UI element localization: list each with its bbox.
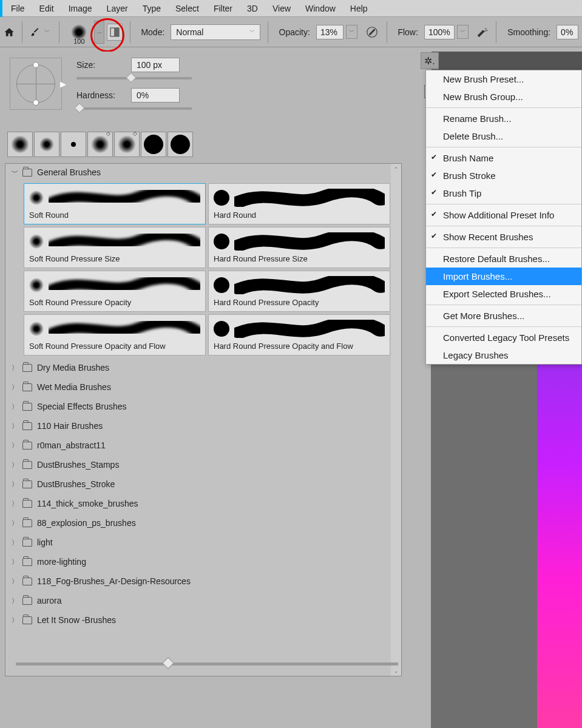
brush-preset-dropdown[interactable]: ﹀ [94,21,104,44]
recent-brush[interactable] [7,132,33,157]
menu-file[interactable]: File [4,1,32,16]
menu-item[interactable]: Brush Name [426,149,581,167]
menu-item[interactable]: Legacy Brushes [426,346,581,364]
chevron-down-icon: ﹀ [12,168,18,177]
flow-input[interactable]: 100% [424,25,455,39]
menu-item[interactable]: New Brush Group... [426,88,581,106]
brush-tool-icon[interactable] [30,27,39,38]
brush-tip-icon [29,322,44,336]
brush-preset[interactable]: Hard Round [208,183,390,224]
group-name: General Brushes [37,167,101,177]
brush-preset[interactable]: Soft Round Pressure Opacity [24,271,206,312]
brush-angle-widget[interactable]: ▶ [10,58,62,110]
folder-icon [22,383,32,391]
chevron-right-icon: 〉 [12,422,18,431]
svg-rect-1 [114,28,119,36]
menu-help[interactable]: Help [343,1,375,16]
brush-settings-toggle[interactable] [107,24,123,41]
brush-preset[interactable]: Soft Round [24,183,206,224]
brush-group-header[interactable]: 〉 light [5,533,401,552]
hardness-input[interactable]: 0% [131,88,180,103]
menu-item[interactable]: Import Brushes... [426,268,581,285]
home-icon[interactable] [4,26,15,38]
brush-preset-picker[interactable]: 100 [66,19,92,45]
menu-item[interactable]: Show Additional Preset Info [426,206,581,224]
hardness-slider[interactable] [76,107,192,110]
folder-icon [22,616,32,624]
menu-item[interactable]: Brush Tip [426,184,581,202]
opacity-dropdown[interactable]: ﹀ [346,25,357,39]
panel-menu-button[interactable]: ✲. [421,52,439,69]
menu-item[interactable]: Export Selected Brushes... [426,285,581,303]
group-name: DustBrushes_Stroke [37,479,115,489]
brush-group-header[interactable]: 〉 114_thick_smoke_brushes [5,494,401,513]
brush-tip-icon [29,278,44,292]
brush-group-header[interactable]: 〉 118_Fog-Brushes_Ar-Design-Resources [5,571,401,591]
brush-group-header[interactable]: 〉 110 Hair Brushes [5,416,401,436]
menu-3d[interactable]: 3D [240,1,265,16]
menu-select[interactable]: Select [168,1,206,16]
opacity-pressure-toggle[interactable] [365,24,379,40]
brush-preset[interactable]: Hard Round Pressure Size [208,227,390,268]
svg-point-3 [485,28,486,29]
brush-group-header[interactable]: 〉 88_explosion_ps_brushes [5,513,401,533]
brush-preset[interactable]: Hard Round Pressure Opacity [208,271,390,312]
scroll-up-button[interactable]: ⌃ [391,164,401,174]
menu-window[interactable]: Window [298,1,343,16]
recent-brush[interactable]: ◇ [114,132,140,157]
menu-type[interactable]: Type [135,1,168,16]
recent-brush[interactable] [61,132,86,157]
folder-icon [22,169,32,177]
menu-separator [426,147,581,147]
menu-layer[interactable]: Layer [100,1,135,16]
recent-brush[interactable] [34,132,59,157]
brush-group-header[interactable]: 〉 Dry Media Brushes [5,358,401,377]
recent-brush[interactable] [141,132,166,157]
brush-group-header[interactable]: 〉 Let It Snow -Brushes [5,610,401,630]
brush-group-header[interactable]: 〉 Wet Media Brushes [5,377,401,397]
folder-icon [22,480,32,488]
folder-icon [22,442,32,450]
menu-image[interactable]: Image [61,1,100,16]
tool-dropdown[interactable]: ﹀ [42,28,52,36]
menu-item[interactable]: Converted Legacy Tool Presets [426,329,581,346]
brush-group-header[interactable]: 〉 DustBrushes_Stroke [5,474,401,494]
smoothing-input[interactable]: 0% [557,25,578,39]
recent-brush[interactable]: ◇ [87,132,113,157]
scroll-down-button[interactable]: ⌄ [391,666,401,676]
folder-icon [22,558,32,566]
menu-view[interactable]: View [265,1,298,16]
menu-item[interactable]: Delete Brush... [426,127,581,145]
brush-group-header[interactable]: 〉 Special Effects Brushes [5,397,401,416]
menu-item[interactable]: Get More Brushes... [426,307,581,325]
brush-preset[interactable]: Soft Round Pressure Opacity and Flow [24,314,206,356]
brush-group-header[interactable]: 〉 DustBrushes_Stamps [5,455,401,474]
brush-group-header[interactable]: 〉 r0man_abstract11 [5,436,401,455]
brush-group-header[interactable]: 〉 more-lighting [5,552,401,571]
menu-item[interactable]: Brush Stroke [426,167,581,184]
menu-item[interactable]: Rename Brush... [426,110,581,127]
brush-group-header[interactable]: 〉 aurora [5,591,401,610]
brush-tip-icon [214,321,229,337]
flow-dropdown[interactable]: ﹀ [457,25,469,39]
size-input[interactable]: 100 px [131,58,180,72]
menu-item[interactable]: Show Recent Brushes [426,228,581,246]
size-slider[interactable] [76,77,192,79]
blend-mode-select[interactable]: Normal﹀ [171,24,260,40]
brush-group-header[interactable]: ﹀ General Brushes [5,164,401,181]
menu-edit[interactable]: Edit [32,1,61,16]
recent-brush[interactable] [167,132,193,157]
menu-item[interactable]: New Brush Preset... [426,70,581,88]
menu-filter[interactable]: Filter [206,1,240,16]
opacity-input[interactable]: 13% [316,25,343,39]
group-name: r0man_abstract11 [37,440,106,450]
folder-icon [22,500,32,508]
brush-preset[interactable]: Hard Round Pressure Opacity and Flow [208,314,390,356]
chevron-right-icon: 〉 [12,596,18,605]
airbrush-toggle[interactable] [475,24,489,40]
brush-tip-icon [214,234,229,249]
scrollbar[interactable]: ⌃ ⌄ [391,164,401,676]
thumbnail-size-slider[interactable] [16,662,398,666]
brush-preset[interactable]: Soft Round Pressure Size [24,227,206,268]
menu-item[interactable]: Restore Default Brushes... [426,250,581,268]
